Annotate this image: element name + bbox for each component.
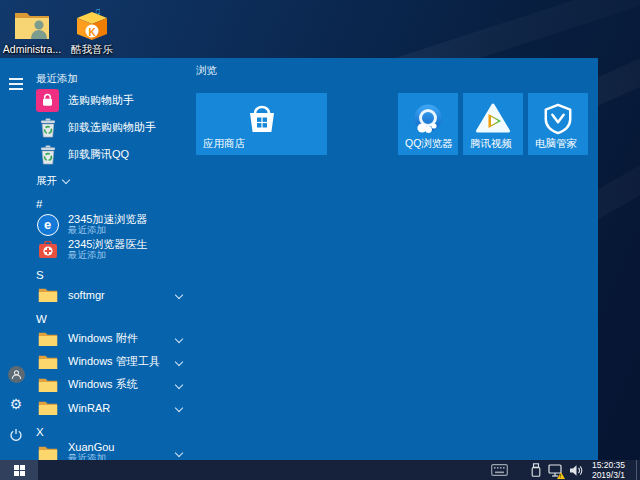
- folder-item-softmgr[interactable]: softmgr: [36, 283, 194, 306]
- group-letter-x[interactable]: X: [36, 423, 194, 440]
- folder-item-windows-system[interactable]: Windows 系统: [36, 373, 194, 396]
- settings-button[interactable]: ⚙: [6, 394, 26, 414]
- group-letter-hash[interactable]: #: [36, 195, 194, 212]
- show-desktop-button[interactable]: [636, 460, 640, 480]
- gear-icon: ⚙: [10, 397, 23, 411]
- tile-qq-browser[interactable]: QQ浏览器: [398, 93, 458, 155]
- svg-text:K: K: [89, 27, 97, 38]
- app-item-label: 卸载选购购物助手: [68, 120, 156, 135]
- tile-pc-manager[interactable]: 电脑管家: [528, 93, 588, 155]
- app-item-subtitle: 最近添加: [68, 225, 147, 235]
- desktop-icon-administrator-folder[interactable]: Administra...: [4, 5, 60, 57]
- app-item-uninstall-qq[interactable]: 卸载腾讯QQ: [36, 141, 194, 168]
- desktop-icons: Administra... ♫ K 酷我音乐: [4, 5, 120, 57]
- volume-icon[interactable]: [569, 464, 583, 477]
- folder-item-label: Windows 管理工具: [68, 354, 160, 369]
- app-item-label: 选购购物助手: [68, 93, 134, 108]
- tiles-group-header[interactable]: 浏览: [196, 64, 596, 80]
- group-letter-s[interactable]: S: [36, 266, 194, 283]
- chevron-down-icon[interactable]: [175, 357, 183, 365]
- system-tray: 15:20:35 2019/3/1: [491, 460, 640, 480]
- kuwo-music-icon: ♫ K: [73, 5, 111, 41]
- power-icon: [9, 428, 23, 442]
- start-menu: ⚙ 最近添加 选购购物助手: [0, 58, 598, 460]
- folder-item-label: softmgr: [68, 289, 105, 301]
- tiles-area: 浏览 应用商店: [196, 64, 596, 155]
- app-item-2345-browser[interactable]: e 2345加速浏览器 最近添加: [36, 212, 194, 237]
- network-warning-icon[interactable]: [548, 464, 562, 477]
- shopping-bag-icon: [36, 89, 59, 112]
- recent-added-header: 最近添加: [36, 70, 194, 87]
- app-item-uninstall-xuangou[interactable]: 卸载选购购物助手: [36, 114, 194, 141]
- qq-browser-icon: [410, 101, 446, 141]
- folder-icon: [36, 441, 59, 460]
- chevron-down-icon[interactable]: [175, 334, 183, 342]
- folder-icon: [36, 373, 59, 396]
- pc-manager-icon: [542, 102, 574, 140]
- store-icon: [245, 103, 279, 139]
- tile-label: 腾讯视频: [470, 137, 512, 151]
- app-item-subtitle: 最近添加: [68, 453, 114, 460]
- taskbar: 15:20:35 2019/3/1: [0, 460, 640, 480]
- folder-icon: [36, 283, 59, 306]
- taskbar-clock[interactable]: 15:20:35 2019/3/1: [590, 460, 629, 480]
- start-app-list: 最近添加 选购购物助手 卸载选购购物助手: [36, 70, 194, 460]
- start-button[interactable]: [0, 460, 38, 480]
- expand-label: 展开: [36, 174, 57, 188]
- tile-row: 应用商店: [196, 93, 596, 155]
- chevron-down-icon[interactable]: [175, 403, 183, 411]
- uninstall-trash-icon: [36, 116, 59, 139]
- chevron-down-icon[interactable]: [175, 290, 183, 298]
- start-menu-rail: ⚙: [0, 58, 32, 460]
- user-folder-icon: [13, 5, 51, 41]
- folder-item-windows-admin-tools[interactable]: Windows 管理工具: [36, 350, 194, 373]
- folder-icon: [36, 350, 59, 373]
- warning-badge-icon: [557, 472, 565, 479]
- folder-item-label: Windows 系统: [68, 377, 138, 392]
- folder-item-label: WinRAR: [68, 402, 110, 414]
- clock-time: 15:20:35: [592, 460, 625, 470]
- desktop-icon-label: 酷我音乐: [71, 43, 113, 57]
- folder-icon: [36, 327, 59, 350]
- desktop-icon-label: Administra...: [3, 43, 61, 55]
- user-account-button[interactable]: [6, 364, 26, 384]
- tile-tencent-video[interactable]: 腾讯视频: [463, 93, 523, 155]
- chevron-down-icon[interactable]: [175, 380, 183, 388]
- app-item-2345-doctor[interactable]: 2345浏览器医生 最近添加: [36, 237, 194, 262]
- windows-logo-icon: [14, 465, 25, 476]
- chevron-down-icon[interactable]: [175, 448, 183, 456]
- browser-e-icon: e: [36, 213, 59, 236]
- user-avatar-icon: [8, 366, 25, 383]
- tencent-video-icon: [475, 102, 511, 140]
- usb-device-icon[interactable]: [531, 463, 541, 477]
- power-button[interactable]: [6, 425, 26, 445]
- app-item-label: 卸载腾讯QQ: [68, 147, 129, 162]
- tile-label: QQ浏览器: [405, 137, 453, 151]
- hamburger-icon: [9, 78, 23, 90]
- expand-button[interactable]: 展开: [36, 171, 194, 191]
- menu-hamburger-button[interactable]: [6, 74, 26, 94]
- tile-label: 电脑管家: [535, 137, 577, 151]
- uninstall-trash-icon: [36, 143, 59, 166]
- tile-label: 应用商店: [203, 137, 245, 151]
- tile-app-store[interactable]: 应用商店: [196, 93, 327, 155]
- folder-item-windows-accessories[interactable]: Windows 附件: [36, 327, 194, 350]
- folder-item-xuangou[interactable]: XuanGou 最近添加: [36, 440, 194, 460]
- group-letter-w[interactable]: W: [36, 310, 194, 327]
- chevron-down-icon: [62, 176, 70, 184]
- app-item-subtitle: 最近添加: [68, 250, 147, 260]
- touch-keyboard-icon[interactable]: [491, 464, 508, 476]
- clock-date: 2019/3/1: [592, 470, 625, 480]
- folder-icon: [36, 396, 59, 419]
- medkit-icon: [36, 238, 59, 261]
- folder-item-label: Windows 附件: [68, 331, 138, 346]
- desktop-icon-kuwo-music[interactable]: ♫ K 酷我音乐: [64, 5, 120, 57]
- folder-item-winrar[interactable]: WinRAR: [36, 396, 194, 419]
- app-item-xuangou-assistant[interactable]: 选购购物助手: [36, 87, 194, 114]
